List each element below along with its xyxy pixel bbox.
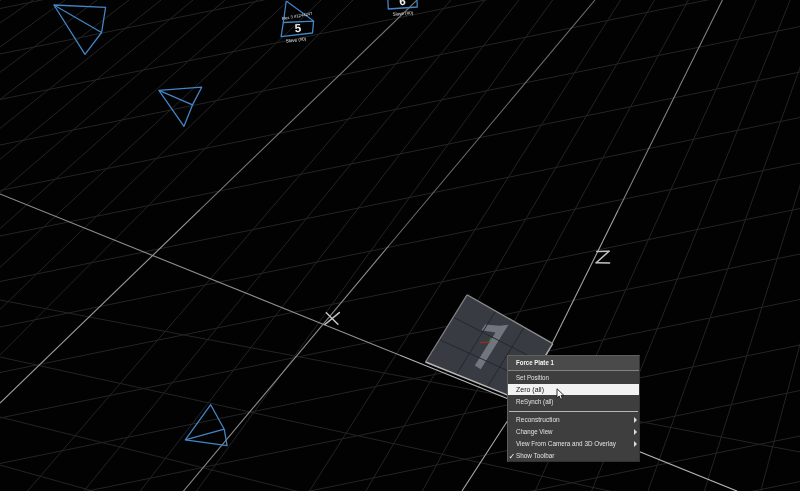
svg-text:Flex 3 #1244247: Flex 3 #1244247 (281, 11, 313, 21)
svg-text:6: 6 (399, 0, 406, 7)
svg-text:Slave (#0): Slave (#0) (286, 36, 307, 43)
svg-text:5: 5 (294, 22, 302, 34)
